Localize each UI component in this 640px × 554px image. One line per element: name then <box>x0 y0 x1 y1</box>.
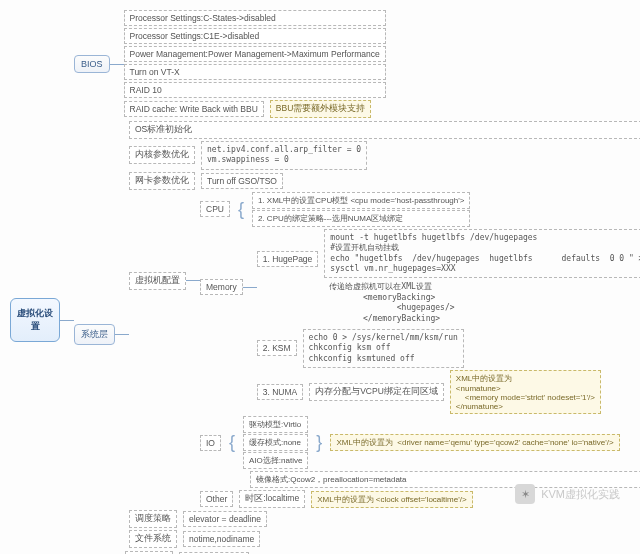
hugepage-tail: 传递给虚拟机可以在XML设置 <memoryBacking> <hugepage… <box>324 279 640 327</box>
io-note-label: XML中的设置为 <box>336 438 392 447</box>
hugepage-row: 1. HugePage mount -t hugetlbfs hugetlbfs… <box>257 229 640 327</box>
memory-branch: Memory 1. HugePage mount -t hugetlbfs hu… <box>200 229 640 414</box>
numa-row: 3. NUMA 内存分配与VCPU绑定在同区域 XML中的设置为 <numatu… <box>257 370 640 414</box>
sched-label: 调度策略 <box>129 510 177 528</box>
ksm-code: echo 0 > /sys/kernel/mm/ksm/run chkconfi… <box>303 329 464 368</box>
bios-item: RAID 10 <box>124 82 386 98</box>
kernel-row: 内核参数优化 net.ipv4.conf.all.arp_filter = 0 … <box>129 141 640 170</box>
watermark-text: KVM虚拟化实践 <box>541 487 620 502</box>
other-note-value: <clock offset='localtime'/> <box>376 495 467 504</box>
fs-row: 文件系统 notime,nodiname <box>129 530 640 548</box>
sched-value: elevator = deadline <box>183 511 267 527</box>
bios-raid-note: BBU需要额外模块支持 <box>270 100 371 118</box>
numa-label: 3. NUMA <box>257 384 303 400</box>
vmcfg-children: CPU { 1. XML中的设置CPU模型 <cpu mode='host-pa… <box>200 192 640 508</box>
io-row: IO { 驱动模型:Virtio 缓存模式:none AIO选择:native … <box>200 416 640 469</box>
bios-items: Processor Settings:C-States->disabled Pr… <box>124 10 386 118</box>
cpu-line2: 2. CPU的绑定策略---选用NUMA区域绑定 <box>252 210 470 227</box>
ksm-row: 2. KSM echo 0 > /sys/kernel/mm/ksm/run c… <box>257 329 640 368</box>
hugepage-code: mount -t hugetlbfs hugetlbfs /dev/hugepa… <box>324 229 640 279</box>
io-line: AIO选择:native <box>243 452 308 469</box>
cpu-row: CPU { 1. XML中的设置CPU模型 <cpu mode='host-pa… <box>200 192 640 227</box>
io-note: XML中的设置为 <driver name='qemu' type='qcow2… <box>330 434 619 451</box>
connector <box>115 334 129 335</box>
kernel-code: net.ipv4.conf.all.arp_filter = 0 vm.swap… <box>201 141 367 170</box>
sys-node: 系统层 <box>74 324 115 345</box>
mindmap-root: 虚拟化设置 BIOS Processor Settings:C-States->… <box>10 10 630 554</box>
connector <box>186 280 200 281</box>
wechat-icon: ✶ <box>515 484 535 504</box>
bios-item: Power Management:Power Management->Maxim… <box>124 46 386 62</box>
vmcfg-label: 虚拟机配置 <box>129 272 186 290</box>
numa-note: XML中的设置为 <numatune> <memory mode='strict… <box>450 370 601 414</box>
cpu-line1: 1. XML中的设置CPU模型 <cpu mode='host-passthro… <box>252 192 470 209</box>
memory-children: 1. HugePage mount -t hugetlbfs hugetlbfs… <box>257 229 640 414</box>
bracket-icon: { <box>227 432 237 453</box>
connector <box>60 320 74 321</box>
bracket-icon: } <box>314 432 324 453</box>
bios-branch: BIOS Processor Settings:C-States->disabl… <box>74 10 640 118</box>
connector <box>243 287 257 288</box>
io-note-value: <driver name='qemu' type='qcow2' cache='… <box>397 438 613 447</box>
bracket-icon: { <box>236 199 246 220</box>
other-note: XML中的设置为 <clock offset='localtime'/> <box>311 491 472 508</box>
fs-label: 文件系统 <box>129 530 177 548</box>
bios-item: Turn on VT-X <box>124 64 386 80</box>
bios-item: Processor Settings:C-States->disabled <box>124 10 386 26</box>
root-node: 虚拟化设置 <box>10 298 60 342</box>
hugepage-stack: mount -t hugetlbfs hugetlbfs /dev/hugepa… <box>324 229 640 327</box>
vmcfg-branch: 虚拟机配置 CPU { 1. XML中的设置CPU模型 <cpu mode='h… <box>129 192 640 508</box>
io-line: 驱动模型:Virtio <box>243 416 308 433</box>
cpu-label: CPU <box>200 201 230 217</box>
io-lines: 驱动模型:Virtio 缓存模式:none AIO选择:native <box>243 416 308 469</box>
other-value: 时区:localtime <box>239 490 305 508</box>
sched-row: 调度策略 elevator = deadline <box>129 510 640 528</box>
cpu-lines: 1. XML中的设置CPU模型 <cpu mode='host-passthro… <box>252 192 470 227</box>
bios-item: Processor Settings:C1E->disabled <box>124 28 386 44</box>
root-title: 虚拟化设置 <box>17 308 53 331</box>
numa-value: 内存分配与VCPU绑定在同区域 <box>309 383 444 401</box>
nic-value: Turn off GSO/TSO <box>201 173 283 189</box>
bios-raid-row: RAID cache: Write Back with BBU BBU需要额外模… <box>124 100 386 118</box>
nic-row: 网卡参数优化 Turn off GSO/TSO <box>129 172 640 190</box>
memory-label: Memory <box>200 279 243 295</box>
hugepage-label: 1. HugePage <box>257 251 319 267</box>
other-note-label: XML中的设置为 <box>317 495 373 504</box>
connector <box>110 64 124 65</box>
kernel-label: 内核参数优化 <box>129 146 195 164</box>
level1-column: BIOS Processor Settings:C-States->disabl… <box>74 10 640 554</box>
bios-node: BIOS <box>74 55 110 73</box>
io-line: 缓存模式:none <box>243 434 308 451</box>
os-init: OS标准初始化 <box>129 121 640 139</box>
bios-raid-cache: RAID cache: Write Back with BBU <box>124 101 264 117</box>
watermark: ✶ KVM虚拟化实践 <box>515 484 620 504</box>
other-label: Other <box>200 491 233 507</box>
ksm-label: 2. KSM <box>257 340 297 356</box>
io-label: IO <box>200 435 221 451</box>
fs-value: notime,nodiname <box>183 531 260 547</box>
nic-label: 网卡参数优化 <box>129 172 195 190</box>
